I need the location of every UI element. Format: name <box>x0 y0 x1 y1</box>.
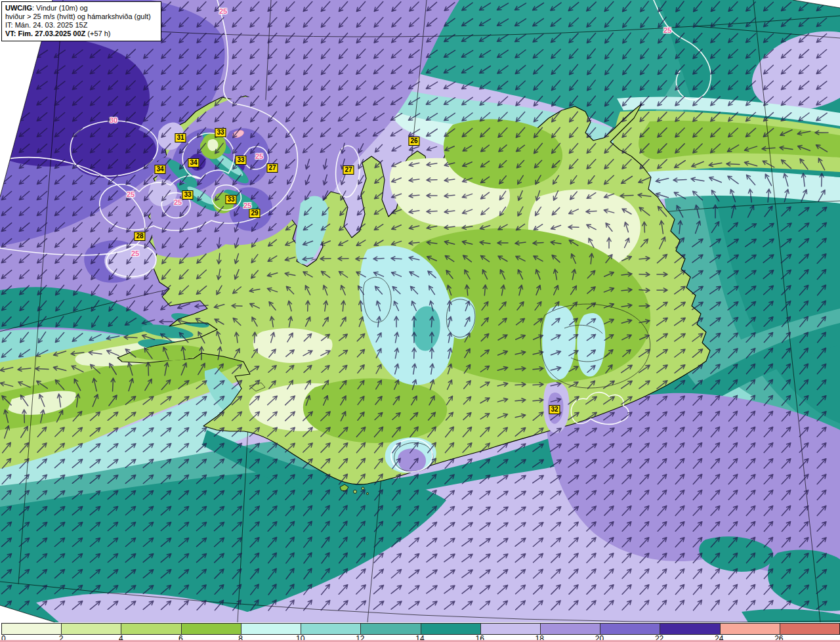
gust-max-label: 33 <box>215 128 226 137</box>
gust-max-label: 29 <box>249 209 260 218</box>
colorbar-segment <box>600 624 660 634</box>
colorbar-segment <box>361 624 421 634</box>
title-box: UWC/IG: Vindur (10m) og hviður > 25 m/s … <box>1 1 161 41</box>
colorbar-segment <box>780 624 839 634</box>
contour-label: 30 <box>110 117 117 124</box>
gust-max-label: 33 <box>235 156 246 165</box>
contour-label: 25 <box>219 8 227 15</box>
gust-max-label: 31 <box>175 133 186 142</box>
colorbar-segment <box>121 624 181 634</box>
gust-max-label: 33 <box>225 195 236 204</box>
colorbar-segment <box>481 624 541 634</box>
contour-label: 25 <box>243 202 251 209</box>
colorbar-segment <box>62 624 121 634</box>
contour-label: 25 <box>127 191 135 198</box>
colorbar-segment <box>541 624 600 634</box>
wind-speed-colorbar: 02468101214161820222426 <box>0 622 840 642</box>
colorbar-segment <box>721 624 780 634</box>
contour-label: 25 <box>174 199 182 206</box>
colorbar-segment <box>660 624 720 634</box>
colorbar-segment <box>182 624 242 634</box>
gust-max-label: 28 <box>134 232 145 241</box>
gust-max-label: 33 <box>182 190 193 200</box>
colorbar-segment <box>2 624 62 634</box>
colorbar-segment <box>421 624 481 634</box>
gust-max-label: 26 <box>408 137 419 146</box>
gust-max-label: 34 <box>154 165 165 174</box>
gust-max-label: 32 <box>549 405 560 414</box>
gust-max-label: 27 <box>266 163 278 173</box>
title-line-1: UWC/IG: Vindur (10m) og <box>5 4 158 12</box>
weather-map-screen: 3133333434273333292826273225253025252525… <box>0 0 840 642</box>
contour-label: 25 <box>131 250 139 257</box>
contour-label: 25 <box>663 27 671 34</box>
title-line-2: hviður > 25 m/s (hvítt) og hámarkshviða … <box>5 12 158 21</box>
gust-max-label: 34 <box>188 158 199 167</box>
colorbar-segment <box>301 624 361 634</box>
gust-max-label: 27 <box>343 165 354 175</box>
colorbar-track <box>1 623 840 635</box>
title-line-4: VT: Fim. 27.03.2025 00Z (+57 h) <box>5 30 158 38</box>
title-line-3: IT: Mán. 24. 03. 2025 15Z <box>5 21 158 30</box>
contour-label: 25 <box>255 153 263 160</box>
colorbar-segment <box>242 624 301 634</box>
map-label-layer: 3133333434273333292826273225253025252525… <box>0 0 840 622</box>
